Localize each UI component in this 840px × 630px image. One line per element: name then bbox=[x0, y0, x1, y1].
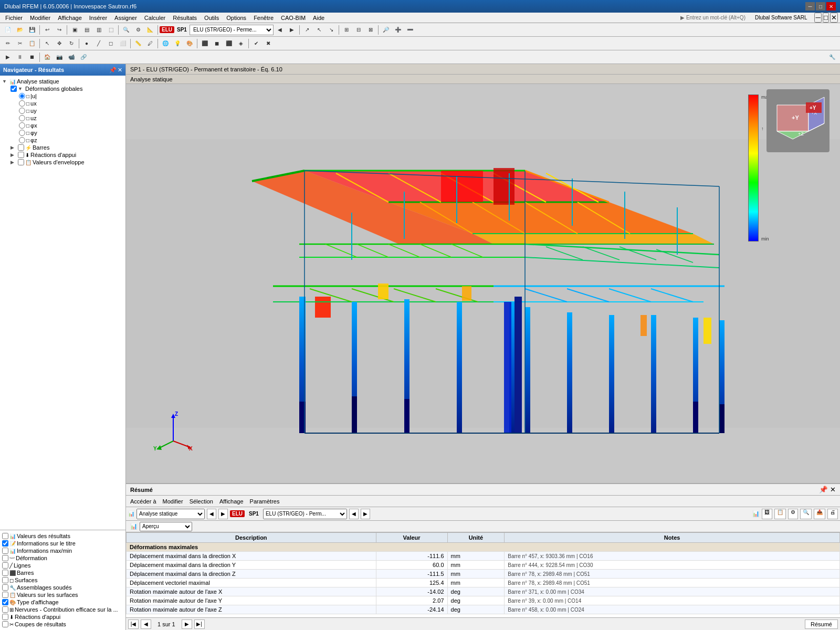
display-wire[interactable]: ⊟ bbox=[353, 24, 364, 36]
nav-barres[interactable]: ▶ ⚡ Barres bbox=[0, 144, 125, 151]
tb2-node[interactable]: ● bbox=[81, 38, 92, 49]
maximize-button[interactable]: □ bbox=[816, 2, 825, 10]
valeurs-expand[interactable]: ▶ bbox=[10, 160, 17, 165]
save-button[interactable]: 💾 bbox=[26, 24, 38, 36]
tb3-end[interactable]: 🔧 bbox=[826, 51, 838, 63]
tb2-view-side[interactable]: ◼ bbox=[211, 38, 223, 49]
expand-icon[interactable]: ▼ bbox=[2, 79, 8, 84]
sub-restore-button[interactable]: □ bbox=[823, 13, 829, 23]
tb-arrow-2[interactable]: ↖ bbox=[313, 24, 325, 36]
tb-btn-6[interactable]: ⚙ bbox=[132, 24, 144, 36]
prev-result[interactable]: ◀ bbox=[274, 24, 286, 36]
nav-info-maxmin[interactable]: 📊 Informations max/min bbox=[0, 547, 125, 554]
nav-deformation[interactable]: 〰 Déformation bbox=[0, 554, 125, 562]
tb2-btn-3[interactable]: 📋 bbox=[26, 38, 38, 49]
barres-checkbox[interactable] bbox=[18, 144, 24, 151]
cb-lignes[interactable] bbox=[2, 562, 8, 569]
tb2-solid[interactable]: ⬜ bbox=[117, 38, 129, 49]
page-last-button[interactable]: ▶| bbox=[194, 620, 205, 629]
tb3-3[interactable]: ⏹ bbox=[26, 51, 38, 63]
menu-fichier[interactable]: Fichier bbox=[2, 14, 26, 22]
menu-assigner[interactable]: Assigner bbox=[111, 14, 140, 22]
radio-uz[interactable] bbox=[19, 115, 25, 121]
tb2-move[interactable]: ✥ bbox=[54, 38, 65, 49]
tb2-render-1[interactable]: 🌐 bbox=[160, 38, 171, 49]
filter-elu-prev[interactable]: ◀ bbox=[349, 509, 359, 519]
tb-btn-2[interactable]: ▤ bbox=[81, 24, 92, 36]
nav-deformations-globales[interactable]: ▼ Déformations globales bbox=[0, 85, 125, 92]
filter-prev[interactable]: ◀ bbox=[207, 509, 216, 519]
deformations-checkbox[interactable] bbox=[10, 86, 17, 92]
barres-expand[interactable]: ▶ bbox=[10, 145, 17, 150]
nav-controls[interactable]: 📌 ✕ bbox=[109, 67, 122, 74]
cb-nervures[interactable] bbox=[2, 606, 8, 613]
apercu-icon-5[interactable]: 📤 bbox=[814, 509, 825, 519]
tb2-render-3[interactable]: 🎨 bbox=[184, 38, 195, 49]
filter-analyse[interactable]: Analyse statique bbox=[136, 509, 205, 519]
nav-surfaces[interactable]: ◻ Surfaces bbox=[0, 576, 125, 584]
tb2-select[interactable]: ↖ bbox=[41, 38, 53, 49]
apercu-icon-6[interactable]: 🖨 bbox=[827, 509, 838, 519]
nav-info-titre[interactable]: 📝 Informations sur le titre bbox=[0, 540, 125, 547]
menu-outils[interactable]: Outils bbox=[201, 14, 222, 22]
radio-phiz[interactable] bbox=[19, 137, 25, 143]
undo-button[interactable]: ↩ bbox=[41, 24, 53, 36]
nav-pin-button[interactable]: 📌 bbox=[109, 67, 117, 74]
nav-valeurs-resultats[interactable]: 📊 Valeurs des résultats bbox=[0, 532, 125, 540]
deform-expand[interactable]: ▼ bbox=[18, 86, 24, 91]
page-next-button[interactable]: ▶ bbox=[182, 620, 192, 629]
radio-uy[interactable] bbox=[19, 108, 25, 114]
bt-affichage[interactable]: Affichage bbox=[217, 498, 246, 505]
bt-acceder[interactable]: Accéder à bbox=[128, 498, 159, 505]
tb-btn-5[interactable]: 🔍 bbox=[120, 24, 132, 36]
tb2-view-top[interactable]: ⬛ bbox=[223, 38, 235, 49]
menu-calculer[interactable]: Calculer bbox=[141, 14, 169, 22]
radio-phiy[interactable] bbox=[19, 130, 25, 136]
nav-uz[interactable]: □ uz bbox=[0, 114, 125, 122]
redo-button[interactable]: ↪ bbox=[54, 24, 65, 36]
cb-maxmin[interactable] bbox=[2, 548, 8, 554]
nav-nervures[interactable]: ⊞ Nervures - Contribution efficace sur l… bbox=[0, 606, 125, 613]
tb3-1[interactable]: ▶ bbox=[2, 51, 14, 63]
nav-ux[interactable]: □ ux bbox=[0, 100, 125, 107]
reactions-expand[interactable]: ▶ bbox=[10, 152, 17, 158]
tb-zoom-in[interactable]: ➕ bbox=[392, 24, 404, 36]
combo-elu[interactable]: ELU (STR/GEO) - Perme... bbox=[190, 25, 274, 35]
tb-btn-1[interactable]: ▣ bbox=[69, 24, 80, 36]
filter-elu-combo[interactable]: ELU (STR/GEO) - Perm... bbox=[263, 509, 347, 519]
window-controls[interactable]: ─ □ ✕ bbox=[805, 2, 836, 10]
menu-inserer[interactable]: Insérer bbox=[86, 14, 110, 22]
close-button[interactable]: ✕ bbox=[826, 2, 836, 10]
bt-parametres[interactable]: Paramètres bbox=[248, 498, 282, 505]
cb-valeurs-surfaces[interactable] bbox=[2, 592, 8, 598]
minimize-button[interactable]: ─ bbox=[805, 2, 815, 10]
nav-analyse-statique[interactable]: ▼ 📊 Analyse statique bbox=[0, 78, 125, 85]
display-solid[interactable]: ⊠ bbox=[365, 24, 376, 36]
apercu-icon-3[interactable]: ⚙ bbox=[788, 509, 798, 519]
nav-close-button[interactable]: ✕ bbox=[118, 67, 122, 74]
bt-selection[interactable]: Sélection bbox=[187, 498, 215, 505]
open-button[interactable]: 📂 bbox=[14, 24, 26, 36]
tb2-rotate[interactable]: ↻ bbox=[66, 38, 77, 49]
tb2-measure[interactable]: 📏 bbox=[132, 38, 144, 49]
nav-phix[interactable]: □ φx bbox=[0, 122, 125, 129]
sub-minimize-button[interactable]: ─ bbox=[814, 13, 821, 23]
page-prev-button[interactable]: ◀ bbox=[141, 620, 151, 629]
nav-reactions-appui[interactable]: ▶ ⬇ Réactions d'appui bbox=[0, 151, 125, 159]
nav-type-affichage[interactable]: 🎨 Type d'affichage bbox=[0, 598, 125, 606]
panel-pin-button[interactable]: 📌 bbox=[819, 486, 828, 494]
nav-valeurs-surfaces[interactable]: 📋 Valeurs sur les surfaces bbox=[0, 591, 125, 598]
tb3-2[interactable]: ⏸ bbox=[14, 51, 26, 63]
tb2-x[interactable]: ✖ bbox=[262, 38, 274, 49]
cb-assemblages[interactable] bbox=[2, 584, 8, 591]
tb-arrow-1[interactable]: ↗ bbox=[301, 24, 313, 36]
radio-phix[interactable] bbox=[19, 122, 25, 129]
filter-elu-next[interactable]: ▶ bbox=[361, 509, 370, 519]
tb3-4[interactable]: 🏠 bbox=[41, 51, 53, 63]
next-result[interactable]: ▶ bbox=[286, 24, 298, 36]
nav-phiz[interactable]: □ φz bbox=[0, 136, 125, 144]
tb2-view-3d[interactable]: ◈ bbox=[235, 38, 247, 49]
menu-affichage[interactable]: Affichage bbox=[55, 14, 85, 22]
tb-arrow-3[interactable]: ↘ bbox=[326, 24, 337, 36]
nav-valeurs-enveloppe[interactable]: ▶ 📋 Valeurs d'enveloppe bbox=[0, 159, 125, 166]
